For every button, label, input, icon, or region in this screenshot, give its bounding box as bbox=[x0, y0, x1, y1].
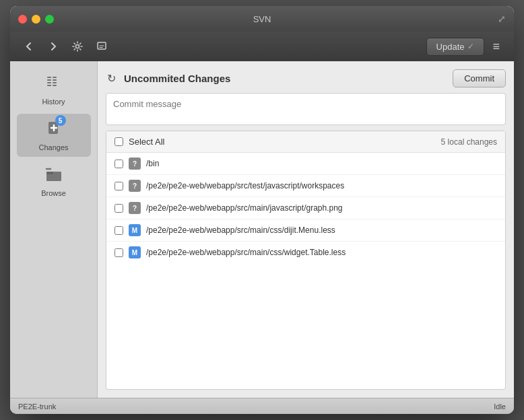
section-title: Uncommited Changes bbox=[124, 73, 446, 84]
commit-message-input[interactable] bbox=[106, 93, 506, 125]
commit-button[interactable]: Commit bbox=[453, 69, 506, 88]
file-type-badge: ? bbox=[129, 202, 141, 214]
file-path: /pe2e/pe2e-web/webapp/src/test/javascrip… bbox=[146, 181, 344, 190]
close-button[interactable] bbox=[18, 15, 27, 24]
changes-badge: 5 bbox=[55, 115, 66, 126]
svg-rect-8 bbox=[53, 82, 57, 83]
statusbar: PE2E-trunk Idle bbox=[10, 398, 514, 414]
svg-rect-6 bbox=[53, 77, 57, 78]
back-button[interactable] bbox=[18, 38, 40, 55]
maximize-button[interactable] bbox=[45, 15, 54, 24]
titlebar: SVN ⤢ bbox=[10, 6, 514, 32]
toolbar: Update ✓ ≡ bbox=[10, 32, 514, 61]
svg-point-0 bbox=[76, 45, 79, 48]
file-type-badge: M bbox=[129, 224, 141, 236]
file-type-badge: ? bbox=[129, 158, 141, 170]
branch-label: PE2E-trunk bbox=[18, 403, 56, 411]
file-checkbox[interactable] bbox=[114, 248, 123, 257]
svg-rect-7 bbox=[53, 79, 57, 81]
table-row: M /pe2e/pe2e-web/webapp/src/main/css/dij… bbox=[106, 219, 505, 242]
local-changes-count: 5 local changes bbox=[441, 137, 497, 147]
changes-header: ↻ Uncommited Changes Commit bbox=[106, 69, 506, 88]
table-row: ? /pe2e/pe2e-web/webapp/src/main/javascr… bbox=[106, 197, 505, 219]
file-path: /pe2e/pe2e-web/webapp/src/main/css/dijit… bbox=[146, 225, 335, 235]
svg-rect-12 bbox=[46, 172, 53, 174]
window-title: SVN bbox=[253, 14, 271, 24]
main-layout: History 5 Changes bbox=[10, 61, 514, 398]
file-path: /pe2e/pe2e-web/webapp/src/main/css/widge… bbox=[146, 248, 346, 257]
expand-icon[interactable]: ⤢ bbox=[498, 13, 506, 24]
table-row: ? /bin bbox=[106, 153, 505, 175]
history-icon bbox=[44, 73, 63, 95]
files-panel-header: Select All 5 local changes bbox=[106, 131, 505, 153]
file-checkbox[interactable] bbox=[114, 204, 123, 213]
update-button[interactable]: Update ✓ bbox=[426, 38, 485, 56]
sidebar-item-changes[interactable]: 5 Changes bbox=[17, 114, 91, 157]
file-type-badge: M bbox=[129, 246, 141, 258]
file-checkbox[interactable] bbox=[114, 182, 123, 190]
select-all-label: Select All bbox=[129, 137, 441, 147]
svg-rect-5 bbox=[47, 85, 51, 86]
minimize-button[interactable] bbox=[32, 15, 40, 24]
update-label: Update bbox=[436, 42, 465, 52]
sidebar-history-label: History bbox=[42, 98, 65, 106]
file-path: /bin bbox=[146, 159, 159, 168]
forward-button[interactable] bbox=[42, 38, 64, 55]
file-checkbox[interactable] bbox=[114, 226, 123, 235]
select-all-checkbox[interactable] bbox=[114, 137, 123, 146]
table-row: M /pe2e/pe2e-web/webapp/src/main/css/wid… bbox=[106, 242, 505, 263]
file-list: ? /bin ? /pe2e/pe2e-web/webapp/src/test/… bbox=[106, 153, 505, 263]
sidebar-changes-label: Changes bbox=[38, 143, 68, 151]
settings-button[interactable] bbox=[67, 38, 88, 55]
files-panel: Select All 5 local changes ? /bin ? /pe2… bbox=[106, 131, 506, 390]
svg-rect-2 bbox=[47, 77, 51, 78]
table-row: ? /pe2e/pe2e-web/webapp/src/test/javascr… bbox=[106, 175, 505, 197]
menu-button[interactable]: ≡ bbox=[487, 37, 506, 57]
app-window: SVN ⤢ Update ✓ ≡ bbox=[10, 6, 514, 414]
sidebar-browse-label: Browse bbox=[41, 189, 66, 197]
refresh-button[interactable]: ↻ bbox=[106, 71, 117, 86]
browse-icon bbox=[44, 165, 63, 186]
sidebar-item-browse[interactable]: Browse bbox=[17, 160, 91, 203]
window-controls bbox=[18, 15, 54, 24]
file-path: /pe2e/pe2e-web/webapp/src/main/javascrip… bbox=[146, 203, 343, 213]
file-type-badge: ? bbox=[129, 180, 141, 192]
repo-button[interactable] bbox=[91, 38, 112, 55]
sidebar: History 5 Changes bbox=[10, 61, 98, 398]
svg-rect-9 bbox=[53, 85, 57, 86]
update-check-icon: ✓ bbox=[467, 42, 474, 51]
svg-rect-4 bbox=[47, 82, 51, 83]
file-checkbox[interactable] bbox=[114, 160, 123, 168]
sidebar-item-history[interactable]: History bbox=[17, 68, 91, 111]
svg-rect-3 bbox=[47, 79, 51, 81]
status-label: Idle bbox=[494, 403, 506, 411]
content-area: ↻ Uncommited Changes Commit Select All 5… bbox=[98, 61, 514, 398]
